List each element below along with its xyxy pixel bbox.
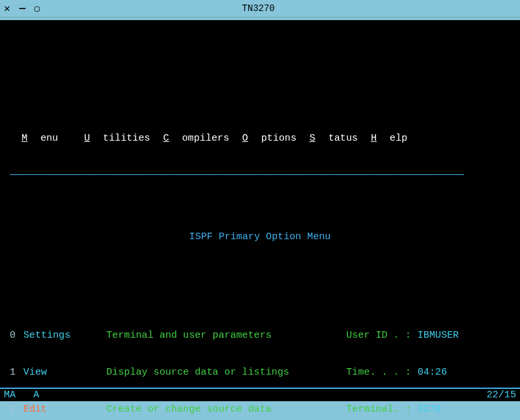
maximize-icon[interactable]: ▢ (34, 3, 40, 14)
status-a: A (34, 390, 40, 401)
option-row[interactable]: 2EditCreate or change source dataTermina… (4, 403, 516, 415)
screen-title: ISPF Primary Option Menu (4, 231, 516, 243)
window-titlebar: ✕ — ▢ TN3270 (0, 0, 520, 17)
option-row[interactable]: 0SettingsTerminal and user parametersUse… (4, 329, 516, 342)
menu-status[interactable]: Status (309, 133, 358, 144)
status-ma: MA (4, 390, 16, 401)
menu-compilers[interactable]: Compilers (163, 133, 230, 144)
minimize-icon[interactable]: — (19, 3, 26, 14)
close-icon[interactable]: ✕ (4, 2, 10, 15)
cursor-position: 22/15 (486, 389, 516, 401)
terminal-menubar: MenuUtilitiesCompilersOptionsStatusHelp (4, 132, 516, 145)
menu-options[interactable]: Options (242, 133, 297, 144)
window-title: TN3270 (40, 3, 477, 14)
terminal-screen[interactable]: MenuUtilitiesCompilersOptionsStatusHelp … (0, 20, 520, 401)
status-bar: MA A 22/15 (0, 388, 520, 401)
option-row[interactable]: 1ViewDisplay source data or listingsTime… (4, 366, 516, 379)
menu-utilities[interactable]: Utilities (84, 133, 150, 144)
divider: ────────────────────────────────────────… (4, 169, 516, 181)
menu-menu[interactable]: Menu (21, 133, 71, 144)
menu-help[interactable]: Help (371, 133, 407, 144)
